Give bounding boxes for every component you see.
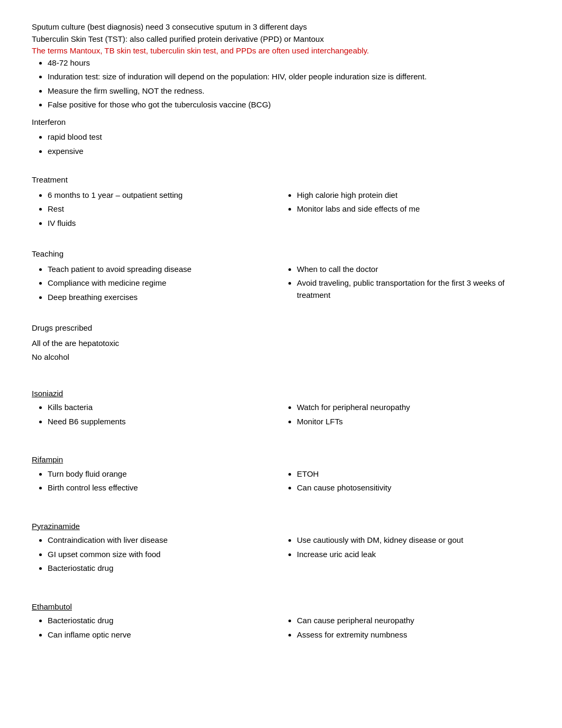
isoniazid-section: Isoniazid Kills bacteria Need B6 supplem…: [32, 388, 530, 430]
list-item: Measure the firm swelling, NOT the redne…: [48, 85, 530, 97]
pyrazinamide-left-col: Contraindication with liver disease GI u…: [32, 534, 281, 577]
list-item: When to call the doctor: [297, 263, 530, 276]
intro-section: Sputum culture (best diagnosis) need 3 c…: [32, 21, 530, 157]
list-item: GI upset common size with food: [48, 549, 281, 561]
teaching-columns: Teach patient to avoid spreading disease…: [32, 263, 530, 306]
list-item: Induration test: size of induration will…: [48, 71, 530, 83]
treatment-columns: 6 months to 1 year – outpatient setting …: [32, 189, 530, 232]
isoniazid-right-bullets: Watch for peripheral neuropathy Monitor …: [281, 402, 530, 427]
ethambutol-name: Ethambutol: [32, 601, 530, 613]
list-item: Deep breathing exercises: [48, 292, 281, 304]
list-item: Monitor LFTs: [297, 416, 530, 428]
ethambutol-right-col: Can cause peripheral neuropathy Assess f…: [281, 615, 530, 643]
treatment-left-col: 6 months to 1 year – outpatient setting …: [32, 189, 281, 232]
rifampin-section: Rifampin Turn body fluid orange Birth co…: [32, 454, 530, 496]
list-item: Use cautiously with DM, kidney disease o…: [297, 534, 530, 547]
isoniazid-left-bullets: Kills bacteria Need B6 supplements: [32, 402, 281, 427]
pyrazinamide-right-col: Use cautiously with DM, kidney disease o…: [281, 534, 530, 577]
list-item: Kills bacteria: [48, 402, 281, 414]
list-item: Turn body fluid orange: [48, 468, 281, 480]
list-item: Can inflame optic nerve: [48, 629, 281, 641]
rifampin-left-bullets: Turn body fluid orange Birth control les…: [32, 468, 281, 494]
treatment-section: Treatment 6 months to 1 year – outpatien…: [32, 174, 530, 231]
interferon-bullets: rapid blood test expensive: [32, 131, 530, 157]
list-item: Watch for peripheral neuropathy: [297, 402, 530, 414]
list-item: Avoid traveling, public transportation f…: [297, 277, 530, 301]
rifampin-right-col: ETOH Can cause photosensitivity: [281, 468, 530, 496]
teaching-section: Teaching Teach patient to avoid spreadin…: [32, 248, 530, 305]
drugs-section: Drugs prescribed All of the are hepatoto…: [32, 322, 530, 363]
drugs-heading: Drugs prescribed: [32, 322, 530, 334]
list-item: Monitor labs and side effects of me: [297, 203, 530, 215]
drugs-line1: All of the are hepatotoxic: [32, 338, 530, 350]
isoniazid-columns: Kills bacteria Need B6 supplements Watch…: [32, 402, 530, 430]
isoniazid-name: Isoniazid: [32, 388, 530, 400]
teaching-left-bullets: Teach patient to avoid spreading disease…: [32, 263, 281, 304]
pyrazinamide-right-bullets: Use cautiously with DM, kidney disease o…: [281, 534, 530, 560]
interferon-heading: Interferon: [32, 116, 530, 129]
list-item: High calorie high protein diet: [297, 189, 530, 202]
list-item: Increase uric acid leak: [297, 549, 530, 561]
ethambutol-section: Ethambutol Bacteriostatic drug Can infla…: [32, 601, 530, 643]
list-item: Assess for extremity numbness: [297, 629, 530, 641]
list-item: False positive for those who got the tub…: [48, 99, 530, 111]
ethambutol-left-bullets: Bacteriostatic drug Can inflame optic ne…: [32, 615, 281, 641]
rifampin-name: Rifampin: [32, 454, 530, 466]
list-item: Can cause peripheral neuropathy: [297, 615, 530, 627]
list-item: Rest: [48, 203, 281, 215]
ethambutol-columns: Bacteriostatic drug Can inflame optic ne…: [32, 615, 530, 643]
list-item: Bacteriostatic drug: [48, 615, 281, 627]
teaching-right-bullets: When to call the doctor Avoid traveling,…: [281, 263, 530, 302]
intro-line1: Sputum culture (best diagnosis) need 3 c…: [32, 21, 530, 33]
teaching-heading: Teaching: [32, 248, 530, 260]
treatment-heading: Treatment: [32, 174, 530, 186]
list-item: Bacteriostatic drug: [48, 562, 281, 575]
list-item: Can cause photosensitivity: [297, 482, 530, 494]
list-item: 6 months to 1 year – outpatient setting: [48, 189, 281, 202]
list-item: expensive: [48, 145, 530, 158]
pyrazinamide-left-bullets: Contraindication with liver disease GI u…: [32, 534, 281, 575]
list-item: Contraindication with liver disease: [48, 534, 281, 547]
ethambutol-left-col: Bacteriostatic drug Can inflame optic ne…: [32, 615, 281, 643]
teaching-right-col: When to call the doctor Avoid traveling,…: [281, 263, 530, 306]
rifampin-columns: Turn body fluid orange Birth control les…: [32, 468, 530, 496]
list-item: 48-72 hours: [48, 57, 530, 69]
intro-line2: Tuberculin Skin Test (TST): also called …: [32, 33, 530, 46]
isoniazid-left-col: Kills bacteria Need B6 supplements: [32, 402, 281, 430]
treatment-right-col: High calorie high protein diet Monitor l…: [281, 189, 530, 232]
teaching-left-col: Teach patient to avoid spreading disease…: [32, 263, 281, 306]
list-item: Need B6 supplements: [48, 416, 281, 428]
list-item: IV fluids: [48, 217, 281, 230]
pyrazinamide-columns: Contraindication with liver disease GI u…: [32, 534, 530, 577]
isoniazid-right-col: Watch for peripheral neuropathy Monitor …: [281, 402, 530, 430]
intro-line3-red: The terms Mantoux, TB skin test, tubercu…: [32, 45, 530, 57]
treatment-right-bullets: High calorie high protein diet Monitor l…: [281, 189, 530, 215]
list-item: Birth control less effective: [48, 482, 281, 494]
ethambutol-right-bullets: Can cause peripheral neuropathy Assess f…: [281, 615, 530, 641]
list-item: Compliance with medicine regime: [48, 277, 281, 289]
intro-bullets: 48-72 hours Induration test: size of ind…: [32, 57, 530, 111]
rifampin-left-col: Turn body fluid orange Birth control les…: [32, 468, 281, 496]
list-item: Teach patient to avoid spreading disease: [48, 263, 281, 276]
rifampin-right-bullets: ETOH Can cause photosensitivity: [281, 468, 530, 494]
list-item: ETOH: [297, 468, 530, 480]
drugs-line2: No alcohol: [32, 351, 530, 363]
pyrazinamide-section: Pyrazinamide Contraindication with liver…: [32, 521, 530, 577]
treatment-left-bullets: 6 months to 1 year – outpatient setting …: [32, 189, 281, 230]
list-item: rapid blood test: [48, 131, 530, 143]
pyrazinamide-name: Pyrazinamide: [32, 521, 530, 533]
